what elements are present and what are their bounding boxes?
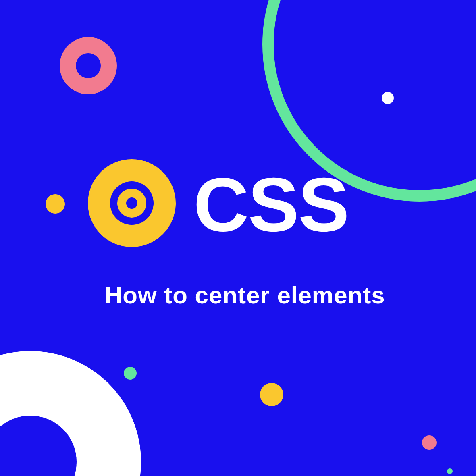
- green-dot-tiny-decoration: [447, 468, 453, 474]
- page-subtitle: How to center elements: [105, 281, 385, 309]
- pink-ring-decoration: [60, 37, 117, 94]
- green-dot-decoration: [124, 367, 137, 380]
- white-dot-decoration: [382, 92, 394, 104]
- page-title: CSS: [193, 166, 349, 243]
- yellow-dot-lower-decoration: [260, 383, 283, 406]
- graphic-canvas: CSS How to center elements: [0, 0, 476, 476]
- pink-dot-decoration: [422, 435, 437, 450]
- yellow-dot-small-decoration: [46, 194, 65, 214]
- yellow-target-icon: [88, 159, 176, 247]
- white-ring-decoration: [0, 351, 141, 476]
